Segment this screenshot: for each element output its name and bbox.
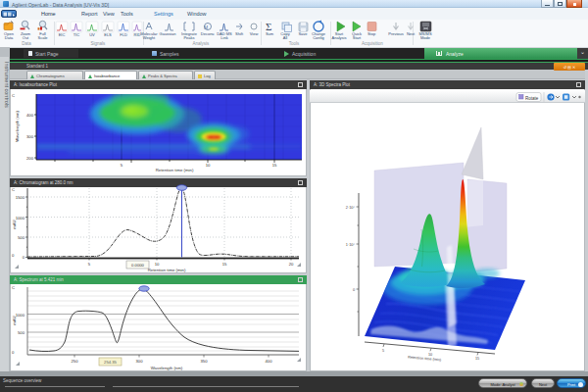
svg-text:0: 0 — [23, 255, 25, 260]
svg-text:300: 300 — [136, 359, 144, 364]
svg-text:C: C — [12, 285, 15, 290]
svg-text:M: M — [204, 24, 208, 30]
svg-text:15: 15 — [272, 163, 277, 168]
svg-text:1000: 1000 — [16, 313, 25, 318]
svg-text:0: 0 — [12, 253, 15, 258]
svg-text:Retention time (min): Retention time (min) — [148, 268, 186, 272]
svg-text:C: C — [12, 93, 15, 98]
svg-text:15: 15 — [475, 357, 479, 361]
svg-text:1000: 1000 — [16, 216, 25, 220]
svg-text:10: 10 — [428, 353, 432, 357]
svg-text:5: 5 — [121, 163, 123, 168]
svg-text:350: 350 — [201, 359, 209, 364]
svg-text:10: 10 — [155, 262, 160, 267]
svg-text:5: 5 — [382, 349, 384, 353]
svg-text:2·10⁴: 2·10⁴ — [346, 206, 356, 210]
svg-text:400: 400 — [266, 359, 273, 364]
svg-text:0: 0 — [353, 288, 355, 292]
svg-text:200: 200 — [26, 156, 34, 161]
svg-text:20: 20 — [289, 262, 294, 267]
svg-text:10: 10 — [206, 163, 211, 168]
svg-text:1500: 1500 — [16, 195, 25, 200]
svg-text:Wavelength (nm): Wavelength (nm) — [151, 366, 183, 370]
svg-text:mAU: mAU — [12, 316, 17, 324]
svg-text:Retention time (min): Retention time (min) — [408, 356, 442, 363]
svg-text:C: C — [12, 187, 15, 192]
svg-text:15: 15 — [222, 262, 227, 267]
svg-text:0: 0 — [12, 350, 15, 355]
svg-text:0.0000: 0.0000 — [131, 263, 144, 268]
svg-text:mAU: mAU — [12, 220, 17, 228]
svg-text:250: 250 — [72, 359, 79, 364]
svg-text:400: 400 — [26, 113, 34, 118]
svg-text:Wavelength (nm): Wavelength (nm) — [15, 111, 20, 142]
svg-text:500: 500 — [18, 235, 25, 240]
svg-text:Rotate: Rotate — [525, 96, 539, 101]
svg-text:1·10⁴: 1·10⁴ — [346, 243, 356, 247]
svg-text:300: 300 — [26, 134, 34, 139]
svg-text:254.35: 254.35 — [104, 360, 117, 365]
svg-text:5: 5 — [88, 262, 91, 267]
svg-text:Retention time (min): Retention time (min) — [156, 168, 194, 172]
svg-text:500: 500 — [18, 330, 25, 335]
